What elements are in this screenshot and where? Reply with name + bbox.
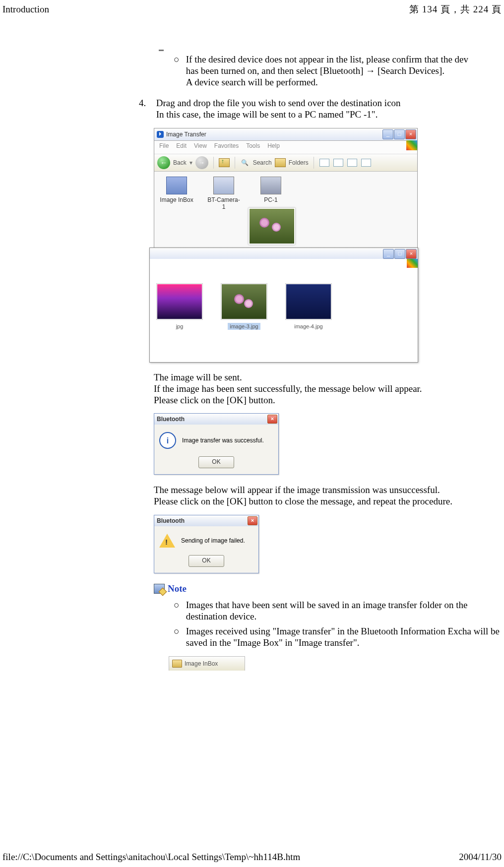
thumbnail-image: [286, 284, 331, 319]
thumbnail-item[interactable]: jpg: [155, 284, 204, 330]
bullet-circle: ○: [174, 626, 184, 637]
dialog-title: Bluetooth: [157, 517, 185, 524]
view-icon[interactable]: [319, 159, 329, 167]
folders-icon[interactable]: [275, 158, 286, 167]
search-label[interactable]: Search: [253, 159, 272, 166]
back-label[interactable]: Back: [173, 159, 187, 166]
menu-view[interactable]: View: [194, 142, 207, 152]
xp-flag-icon: [406, 140, 417, 150]
screenshot-fail-dialog: Bluetooth × Sending of image failed. OK: [154, 515, 259, 573]
partial-label: Image InBox: [185, 660, 218, 667]
close-button[interactable]: ×: [406, 249, 417, 259]
window-title: Image Transfer: [166, 131, 206, 138]
toolbar-separator: [235, 157, 235, 169]
view-icon[interactable]: [347, 159, 357, 167]
inner-titlebar[interactable]: _ □ ×: [150, 248, 418, 259]
paragraph-fail: The message below will appear if the ima…: [154, 485, 501, 507]
note-icon: [154, 584, 165, 594]
folder-icon: [172, 660, 182, 668]
close-icon[interactable]: ×: [248, 516, 257, 525]
bullet-line1: If the desired device does not appear in…: [186, 54, 468, 64]
note-heading: Note: [154, 583, 504, 595]
up-folder-icon[interactable]: ↑: [219, 158, 230, 167]
bluetooth-icon: [157, 131, 164, 138]
menu-help[interactable]: Help: [267, 142, 280, 152]
image-inbox-icon[interactable]: Image InBox: [159, 177, 194, 211]
folder-icon: [166, 177, 187, 194]
menu-edit[interactable]: Edit: [176, 142, 187, 152]
note-item-2: Images received using "Image transfer" i…: [186, 626, 504, 649]
screenshot-image-transfer-window: Image Transfer _ □ × File Edit View Favo…: [154, 128, 418, 362]
bullet-line2: has been turned on, and then select [Blu…: [186, 65, 444, 76]
screenshot-success-dialog: Bluetooth × i Image transfer was success…: [154, 413, 279, 475]
bullet-line3: A device search will be performed.: [186, 77, 318, 87]
page-header-right: 第 134 頁，共 224 頁: [409, 4, 502, 15]
view-icon[interactable]: [361, 159, 371, 167]
pc1-icon[interactable]: PC-1: [253, 177, 288, 211]
footer-path: file://C:\Documents and Settings\anitach…: [2, 852, 300, 863]
maximize-button[interactable]: □: [394, 249, 405, 259]
bullet-circle: ○: [174, 54, 184, 65]
icon-label: BT-Camera-1: [206, 196, 241, 211]
window-titlebar[interactable]: Image Transfer _ □ ×: [154, 128, 417, 141]
laptop-icon: [260, 177, 281, 194]
inner-folder-window: _ □ × jpg image-3.jpg image-4.jpg: [149, 248, 418, 363]
info-icon: i: [159, 432, 176, 449]
icon-label: PC-1: [253, 196, 288, 203]
paragraph-result: The image will be sent. If the image has…: [154, 372, 501, 406]
thumbnail-label: image-3.jpg: [228, 323, 260, 330]
close-button[interactable]: ×: [405, 129, 416, 139]
menu-tools[interactable]: Tools: [246, 142, 260, 152]
dialog-titlebar[interactable]: Bluetooth ×: [154, 515, 258, 526]
ok-button[interactable]: OK: [189, 555, 224, 567]
page-header-left: Introduction: [2, 4, 49, 15]
footer-date: 2004/11/30: [459, 852, 502, 863]
icon-label: Image InBox: [159, 196, 194, 203]
back-dropdown-icon[interactable]: ▾: [189, 159, 192, 166]
dragged-thumbnail[interactable]: [249, 208, 295, 245]
note-list: ○ Images that have been sent will be sav…: [174, 600, 504, 649]
menu-bar[interactable]: File Edit View Favorites Tools Help: [154, 141, 417, 154]
folders-label[interactable]: Folders: [289, 159, 309, 166]
dialog-title: Bluetooth: [157, 416, 185, 423]
back-button[interactable]: ←: [157, 156, 170, 169]
minimize-button[interactable]: _: [382, 129, 393, 139]
dialog-message: Sending of image failed.: [181, 537, 245, 544]
thumbnail-image: [157, 284, 202, 319]
sub-bullet: ○ If the desired device does not appear …: [174, 54, 504, 88]
warning-icon: [159, 534, 175, 548]
dialog-titlebar[interactable]: Bluetooth ×: [154, 414, 278, 425]
note-item-1: Images that have been sent will be saved…: [186, 600, 504, 622]
camera-icon: [213, 177, 234, 194]
forward-button[interactable]: →: [195, 156, 208, 169]
xp-flag-icon: [407, 259, 418, 268]
toolbar-separator: [213, 157, 214, 169]
menu-file[interactable]: File: [159, 142, 169, 152]
menu-favorites[interactable]: Favorites: [214, 142, 239, 152]
view-icon[interactable]: [333, 159, 343, 167]
maximize-button[interactable]: □: [394, 129, 405, 139]
thumbnail-label: image-4.jpg: [294, 323, 322, 329]
partial-element: [159, 50, 164, 51]
screenshot-partial-inbox: Image InBox: [169, 656, 245, 671]
close-icon[interactable]: ×: [267, 415, 277, 424]
bt-camera-icon[interactable]: BT-Camera-1: [206, 177, 241, 211]
toolbar: ← Back ▾ → ↑ 🔍 Search Folders: [154, 154, 417, 172]
thumbnail-image: [221, 284, 267, 319]
dialog-message: Image transfer was successful.: [182, 437, 264, 444]
step-4: 4. Drag and drop the file you wish to se…: [139, 98, 504, 121]
step-line1: Drag and drop the file you wish to send …: [156, 98, 401, 108]
thumbnail-item-selected[interactable]: image-3.jpg: [219, 284, 269, 330]
ok-button[interactable]: OK: [198, 456, 234, 468]
thumbnail-label: jpg: [176, 323, 184, 329]
toolbar-separator: [314, 157, 314, 169]
minimize-button[interactable]: _: [383, 249, 394, 259]
search-icon[interactable]: 🔍: [240, 158, 250, 168]
step-number: 4.: [139, 98, 154, 109]
step-line2: In this case, the image will be sent to …: [156, 109, 378, 120]
bullet-circle: ○: [174, 600, 184, 611]
thumbnail-item[interactable]: image-4.jpg: [284, 284, 333, 330]
